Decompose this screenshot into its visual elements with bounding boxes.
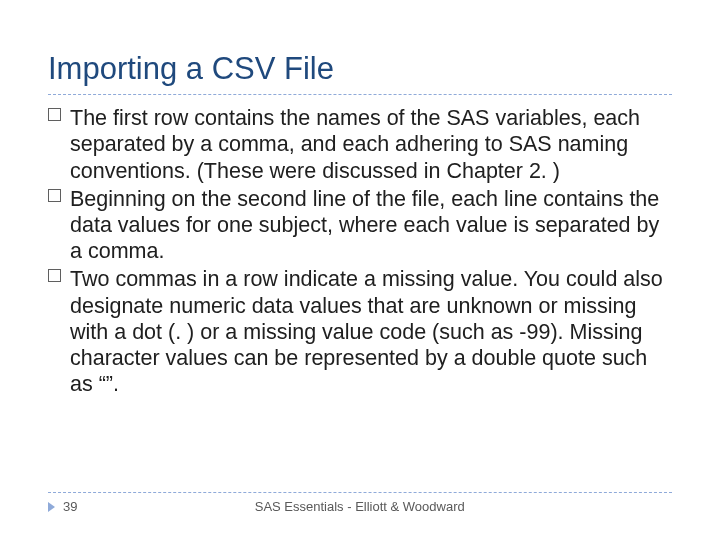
footer-center-text: SAS Essentials - Elliott & Woodward	[77, 499, 642, 514]
footer-row: 39 SAS Essentials - Elliott & Woodward	[0, 499, 720, 514]
square-bullet-icon	[48, 108, 61, 121]
bullet-text: The first row contains the names of the …	[70, 106, 640, 182]
page-arrow-icon	[48, 502, 55, 512]
square-bullet-icon	[48, 189, 61, 202]
footer: 39 SAS Essentials - Elliott & Woodward	[0, 492, 720, 512]
page-title: Importing a CSV File	[48, 52, 672, 86]
bullet-text: Two commas in a row indicate a missing v…	[70, 267, 663, 396]
slide: Importing a CSV File The first row conta…	[0, 0, 720, 540]
list-item: The first row contains the names of the …	[48, 105, 672, 184]
list-item: Beginning on the second line of the file…	[48, 186, 672, 265]
page-number: 39	[63, 499, 77, 514]
bullet-text: Beginning on the second line of the file…	[70, 187, 659, 263]
body-content: The first row contains the names of the …	[48, 105, 672, 397]
title-divider	[48, 94, 672, 95]
square-bullet-icon	[48, 269, 61, 282]
list-item: Two commas in a row indicate a missing v…	[48, 266, 672, 397]
footer-divider	[48, 492, 672, 493]
